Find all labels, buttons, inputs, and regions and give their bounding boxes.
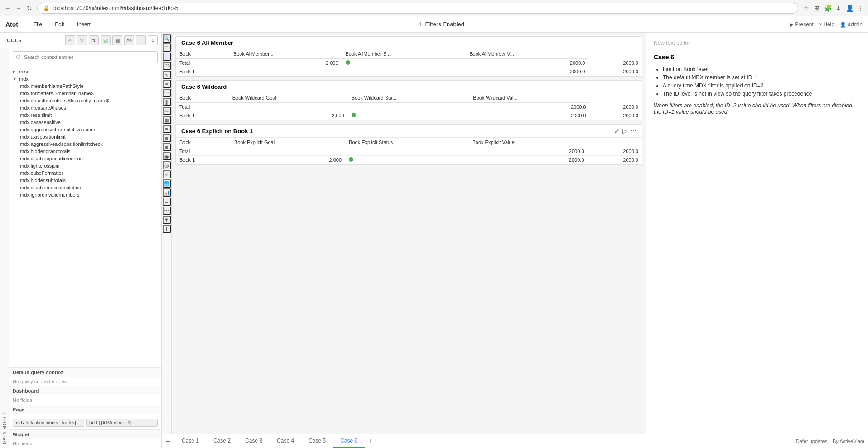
menu-button[interactable]: ⋮ [856, 4, 864, 12]
viz-search-btn[interactable]: 🔍 [163, 34, 171, 43]
mdx-item-5[interactable]: mdx.casesensitive [16, 119, 161, 126]
row-col4: 2000.0 [590, 111, 642, 120]
tab-case6[interactable]: Case 6 [333, 435, 365, 448]
viz-btn-0[interactable]: □ [163, 43, 171, 52]
tool-filter[interactable]: ▽ [77, 35, 87, 45]
page-field-2[interactable]: [ALL].[AllMember].[2] [86, 419, 158, 427]
tab-case5[interactable]: Case 5 [301, 435, 333, 448]
mdx-item-11[interactable]: mdx.lightcrossjoin [16, 162, 161, 169]
collapse-btn[interactable]: « [148, 35, 158, 45]
status-dot [346, 60, 350, 65]
page-fields: mdx.defaultmembers.[Trades].[Trad... [AL… [9, 414, 161, 429]
menu-insert[interactable]: Insert [74, 19, 93, 29]
viz-btn-13[interactable]: ◎ [163, 161, 171, 169]
forward-button[interactable]: → [14, 4, 23, 12]
table-row: Book 1 2000.0 2000.0 [176, 67, 642, 76]
browser-right: ☆ ⊞ 🧩 ⬇ 👤 ⋮ [802, 4, 864, 12]
bullet-2: A query time MDX filter is applied on ID… [663, 82, 861, 89]
viz-btn-1[interactable]: ≡ [163, 53, 171, 61]
tool-sort[interactable]: ⇅ [89, 35, 99, 45]
tree-item-misc[interactable]: ▶ misc [9, 68, 161, 75]
play-btn[interactable]: ▷ [622, 127, 627, 135]
tool-divider[interactable]: — [136, 35, 146, 45]
row-col1: 2,000 [231, 156, 345, 164]
viz-btn-16[interactable]: 📊 [163, 188, 171, 197]
admin-btn[interactable]: 👤 admin [840, 21, 863, 28]
tree-label-mdx: mdx [19, 76, 29, 82]
viz-btn-9[interactable]: ≡ [163, 125, 171, 133]
search-input[interactable] [13, 51, 158, 63]
tab-case2[interactable]: Case 2 [206, 435, 238, 448]
tree-item-mdx[interactable]: ▼ mdx [9, 75, 161, 82]
mdx-item-10[interactable]: mdx.disableepochdimension [16, 155, 161, 162]
viz-btn-7[interactable]: ⊨ [163, 107, 171, 115]
viz-btn-15[interactable]: 🌐 [163, 179, 171, 188]
tool-table[interactable]: ▦ [112, 35, 122, 45]
panel-case6-explicit-title: Case 6 Explicit on Book 1 [181, 128, 253, 135]
apps-button[interactable]: ⊞ [813, 4, 821, 12]
menu-edit[interactable]: Edit [52, 19, 67, 29]
expand-btn[interactable]: ⤢ [614, 127, 620, 135]
text-editor-body: When filters are enabled, the ID=2 value… [654, 102, 861, 115]
viz-btn-2[interactable]: 123 [163, 62, 171, 70]
viz-btn-17[interactable]: ≡ [163, 198, 171, 206]
present-btn[interactable]: ▶ Present [790, 21, 814, 28]
tool-text[interactable]: Aa [124, 35, 134, 45]
mdx-item-1[interactable]: mdx.formatters.$member_name$ [16, 90, 161, 97]
viz-btn-8[interactable]: ▦ [163, 116, 171, 124]
extensions-button[interactable]: 🧩 [824, 4, 832, 12]
mdx-item-14[interactable]: mdx.disablemdxcompilation [16, 184, 161, 191]
mdx-item-0[interactable]: mdx.memberNamePathStyle [16, 82, 161, 90]
mdx-item-13[interactable]: mdx.hiddensubtotals [16, 177, 161, 184]
defer-updates-btn[interactable]: Defer updates [796, 438, 827, 444]
mdx-item-4[interactable]: mdx.resultlimit [16, 111, 161, 119]
col-book-0: Book [176, 49, 230, 59]
tab-case1[interactable]: Case 1 [174, 435, 206, 448]
tool-pencil[interactable]: ✏ [65, 35, 75, 45]
more-btn[interactable]: ⋯ [630, 127, 637, 135]
row-col1 [231, 147, 345, 156]
tab-nav-left[interactable]: ⊢ [165, 438, 171, 445]
col-wc-0: Book [176, 93, 229, 103]
row-col3: 2000.0 [469, 111, 589, 120]
tool-chart[interactable]: 📊 [101, 35, 111, 45]
profile-button[interactable]: 👤 [845, 4, 854, 12]
viz-btn-5[interactable]: 〰 [163, 89, 171, 97]
mdx-item-12[interactable]: mdx.cubeFormatter [16, 169, 161, 177]
viz-btn-19[interactable]: ▼ [163, 216, 171, 224]
tab-add-btn[interactable]: + [365, 435, 376, 447]
row-col3: 2000.0 [466, 59, 588, 67]
menu-file[interactable]: File [31, 19, 45, 29]
viz-btn-20[interactable]: T [163, 225, 171, 233]
mdx-item-6[interactable]: mdx.aggressiveFormulaEvaluation [16, 126, 161, 133]
viz-btn-10[interactable]: ≡ [163, 134, 171, 142]
tab-case4[interactable]: Case 4 [270, 435, 301, 448]
bookmark-button[interactable]: ☆ [802, 4, 810, 12]
viz-btn-11[interactable]: ≡ [163, 143, 171, 151]
tab-case3[interactable]: Case 3 [238, 435, 270, 448]
viz-btn-18[interactable]: ⋯ [163, 207, 171, 215]
row-label: Total [176, 103, 229, 111]
viz-btn-3[interactable]: ∿ [163, 71, 171, 79]
page-field-1[interactable]: mdx.defaultmembers.[Trades].[Trad... [13, 419, 84, 427]
mdx-item-9[interactable]: mdx.hiddengrandtotals [16, 148, 161, 155]
viz-btn-14[interactable]: ⁘ [163, 170, 171, 178]
panel-actions: ⤢ ▷ ⋯ [614, 127, 637, 135]
mdx-item-2[interactable]: mdx.defaultmembers.$hierarchy_name$ [16, 97, 161, 104]
address-bar[interactable]: 🔒 localhost:7070/ui/index.html#/dashboar… [37, 3, 798, 14]
row-col2-dot [342, 59, 466, 67]
reload-button[interactable]: ↻ [25, 4, 34, 12]
viz-btn-4[interactable]: ≈ [163, 80, 171, 88]
help-btn[interactable]: ? Help [819, 21, 834, 28]
viz-btn-12[interactable]: ◉ [163, 152, 171, 160]
mdx-item-15[interactable]: mdx.ignoreinvalidmembers [16, 191, 161, 198]
tree-arrow-misc: ▶ [13, 69, 17, 74]
back-button[interactable]: ← [4, 4, 12, 12]
viz-btn-6[interactable]: ||| [163, 98, 171, 106]
mdx-item-7[interactable]: mdx.axispositionlimit [16, 133, 161, 140]
mdx-item-8[interactable]: mdx.aggressiveaxispositionlimitcheck [16, 140, 161, 148]
download-button[interactable]: ⬇ [834, 4, 843, 12]
dashboard-section-empty: No fields [9, 395, 161, 405]
mdx-item-3[interactable]: mdx.measureAliases [16, 104, 161, 111]
table-row: Total 2000.0 2000.0 [176, 103, 642, 111]
